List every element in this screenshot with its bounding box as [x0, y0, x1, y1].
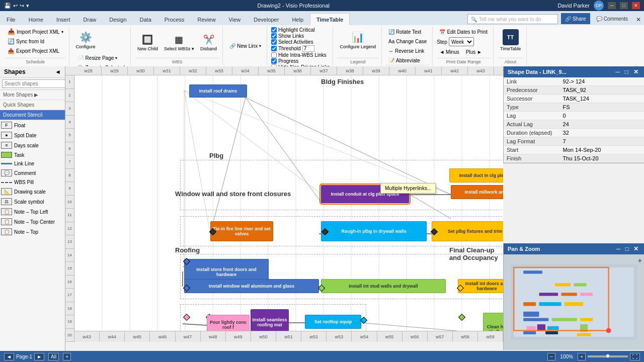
save-icon[interactable]: 💾	[4, 3, 11, 9]
minimize-btn[interactable]: ─	[608, 2, 616, 9]
resize-page-btn[interactable]: 📄 Resize Page ▾	[75, 53, 120, 62]
task-install-duct[interactable]: Install duct in clg plenum space	[449, 168, 503, 183]
task-int-doors[interactable]: Install int doors and hardware	[458, 279, 503, 293]
pan-zoom-close-btn[interactable]: ✕	[632, 245, 640, 252]
tab-home[interactable]: Home	[22, 13, 50, 25]
abbreviate-btn[interactable]: 📝 Abbreviate	[386, 56, 423, 65]
new-linx-btn[interactable]: 🔗 New Linx ▾	[227, 41, 264, 50]
edit-dates-btn[interactable]: 📅 Edit Dates to Print	[437, 27, 490, 36]
shape-task[interactable]: Task	[0, 150, 65, 159]
shape-link-line[interactable]: Link Line	[0, 159, 65, 168]
undo-icon[interactable]: ↩	[13, 3, 18, 9]
task-set-plbg[interactable]: Set plbg fixtures and trim	[432, 221, 503, 241]
highlight-critical-cb[interactable]: Highlight Critical	[271, 27, 314, 33]
hyperlink-popup[interactable]: Multiple Hyperlinks...	[380, 183, 436, 194]
tab-data[interactable]: Data	[133, 13, 158, 25]
rotate-text-btn[interactable]: 🔄 Rotate Text	[386, 27, 424, 36]
page-prev-btn[interactable]: ◄	[4, 353, 14, 360]
shape-data-minimize-btn[interactable]: ─	[614, 68, 621, 75]
show-links-cb[interactable]: Show Links	[271, 33, 304, 39]
page-next-btn[interactable]: ►	[34, 353, 44, 360]
reverse-icon: ↔	[388, 48, 393, 54]
shape-drawing-scale[interactable]: 📐 Drawing scale	[0, 187, 65, 197]
task-install-millwork[interactable]: Install millwork and wd trim	[451, 185, 503, 199]
comments-btn[interactable]: 💬Comments	[592, 13, 632, 24]
tab-review[interactable]: Review	[191, 13, 222, 25]
tab-file[interactable]: File	[0, 13, 22, 25]
reverse-link-btn[interactable]: ↔ Reverse Link	[386, 46, 427, 55]
redo-icon[interactable]: ↪	[20, 3, 24, 9]
shape-data-close-btn[interactable]: ✕	[632, 68, 640, 75]
share-btn[interactable]: 🔗Share	[561, 13, 590, 24]
tab-insert[interactable]: Insert	[50, 13, 77, 25]
step-select[interactable]: Week Day Month	[449, 37, 474, 46]
minus-btn[interactable]: ◄ Minus	[437, 47, 461, 56]
select-wbs-btn[interactable]: ▦ Select WBSs ▾	[162, 30, 197, 56]
tab-help[interactable]: Help	[285, 13, 310, 25]
configure-legend-btn[interactable]: 📊 Configure Legend	[337, 27, 378, 53]
disband-btn[interactable]: ✂️ Disband	[198, 30, 219, 56]
pan-zoom-expand-btn[interactable]: □	[624, 245, 630, 252]
pan-zoom-plus-btn[interactable]: +	[638, 256, 642, 264]
task-fireline-riser[interactable]: Tie-in fire line riser and set valves	[210, 221, 273, 241]
shape-note-top-center[interactable]: 📋 Note – Top Center	[0, 217, 65, 227]
import-xml-btn[interactable]: 📥 Import Project XML ▾	[5, 27, 66, 36]
task-rough-in-plbg[interactable]: Rough-in plbg in drywall walls	[321, 221, 427, 241]
pan-zoom-minimize-btn[interactable]: ─	[615, 245, 622, 252]
pan-zoom-minimap[interactable]	[504, 254, 644, 350]
shapes-collapse-btn[interactable]: ◄	[55, 68, 61, 75]
task-set-rooftop[interactable]: Set rooftop equip	[305, 315, 361, 329]
tab-process[interactable]: Process	[158, 13, 191, 25]
task-window-wall[interactable]: Install window wall aluminum and glass	[184, 279, 319, 293]
search-shapes-input[interactable]	[2, 79, 65, 88]
canvas-content[interactable]: Bldg Finishes Plbg Window wall and store…	[74, 75, 503, 342]
tab-design[interactable]: Design	[103, 13, 133, 25]
zoom-thumb[interactable]	[606, 354, 610, 358]
zoom-out-btn[interactable]: −	[547, 353, 555, 360]
hide-intra-cb[interactable]: Hide Intra-WBS Links	[271, 52, 327, 58]
timetable-about-btn[interactable]: TT TimeTable	[498, 27, 523, 53]
all-pages-btn[interactable]: All	[48, 353, 59, 360]
import-dropdown[interactable]: ▾	[61, 30, 63, 34]
tab-timetable[interactable]: TimeTable	[310, 13, 350, 25]
search-box[interactable]: 🔍 Tell me what you want to do	[467, 14, 558, 24]
task-int-stud-walls[interactable]: Install int stud walls and drywall	[321, 279, 446, 293]
restore-btn[interactable]: □	[620, 2, 628, 9]
zoom-selected-btn[interactable]: 🔍 Zoom to Selected	[75, 63, 127, 66]
threshold-field[interactable]: Threshold	[271, 45, 314, 52]
ribbon-close-btn[interactable]: ✕	[633, 14, 644, 25]
shape-float[interactable]: F Float	[0, 120, 65, 130]
tab-draw[interactable]: Draw	[77, 13, 103, 25]
more-shapes-section[interactable]: More Shapes ▶	[0, 90, 65, 100]
shape-wbs-pill[interactable]: WBS Pill	[0, 178, 65, 187]
add-page-btn[interactable]: +	[63, 353, 71, 360]
bottom-ruler-tick: w53	[327, 331, 352, 342]
configure-btn[interactable]: ⚙️ Configure	[73, 27, 98, 53]
shape-data-expand-btn[interactable]: □	[623, 68, 630, 75]
tab-developer[interactable]: Developer	[247, 13, 285, 25]
quick-shapes-section[interactable]: Quick Shapes	[0, 100, 65, 110]
shape-data-title: Shape Data - LINK_9...	[508, 69, 567, 75]
document-stencil-section[interactable]: Document Stencil	[0, 110, 65, 120]
plus-btn[interactable]: Plus ►	[463, 47, 485, 56]
close-btn[interactable]: ✕	[632, 2, 640, 9]
shape-comment[interactable]: 💬 Comment	[0, 168, 65, 178]
fit-page-btn[interactable]: ⛶	[630, 353, 640, 360]
shape-spot-date[interactable]: ● Spot Date	[0, 130, 65, 140]
change-case-btn[interactable]: Aa Change Case	[386, 37, 429, 46]
tab-view[interactable]: View	[222, 13, 248, 25]
zoom-slider[interactable]	[588, 355, 628, 357]
zoom-in-btn[interactable]: +	[578, 353, 586, 360]
sync-id-btn[interactable]: 🔄 Sync from Id	[5, 37, 47, 46]
shape-days-scale[interactable]: ≡ Days scale	[0, 140, 65, 150]
shape-note-top-left[interactable]: 📋 Note – Top Left	[0, 207, 65, 217]
shape-note-top[interactable]: 📋 Note – Top	[0, 227, 65, 237]
select-activities-cb[interactable]: Select Activities	[271, 39, 313, 45]
progress-cb[interactable]: Progress	[271, 58, 298, 64]
canvas-grid	[74, 75, 503, 342]
shape-scale-symbol[interactable]: ⚖ Scale symbol	[0, 197, 65, 207]
pan-zoom-content[interactable]: +	[504, 254, 644, 350]
new-child-btn[interactable]: 🔲 New Child	[135, 30, 160, 56]
task-install-roof-drains[interactable]: Install roof drains	[189, 84, 247, 98]
export-xml-btn[interactable]: 📤 Export Project XML	[5, 46, 62, 55]
